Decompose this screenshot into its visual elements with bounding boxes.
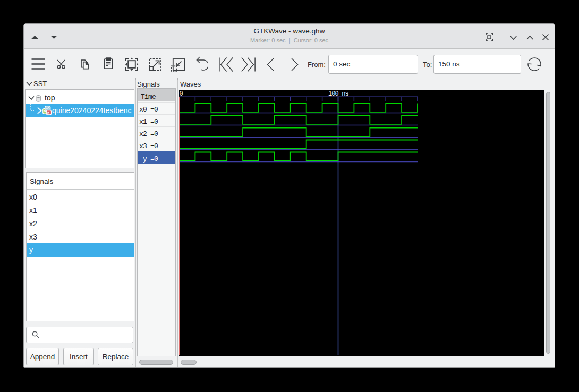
svg-text:0: 0	[180, 90, 183, 98]
svg-text:100 ns: 100 ns	[328, 90, 349, 98]
